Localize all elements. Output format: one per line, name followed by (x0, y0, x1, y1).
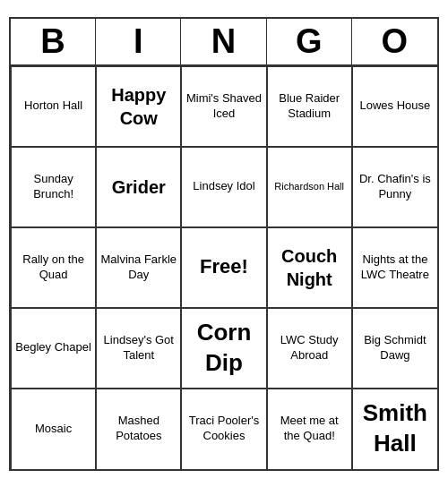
bingo-cell-15[interactable]: Begley Chapel (11, 308, 96, 389)
bingo-cell-6[interactable]: Grider (96, 147, 181, 227)
bingo-cell-22[interactable]: Traci Pooler's Cookies (181, 389, 266, 469)
bingo-cell-18[interactable]: LWC Study Abroad (267, 308, 352, 389)
bingo-card: B I N G O Horton HallHappy CowMimi's Sha… (9, 17, 439, 471)
bingo-cell-4[interactable]: Lowes House (352, 66, 437, 147)
header-n: N (181, 19, 266, 64)
bingo-cell-8[interactable]: Richardson Hall (267, 147, 352, 227)
bingo-cell-13[interactable]: Couch Night (267, 227, 352, 308)
bingo-cell-20[interactable]: Mosaic (11, 389, 96, 469)
bingo-cell-24[interactable]: Smith Hall (352, 389, 437, 469)
bingo-cell-11[interactable]: Malvina Farkle Day (96, 227, 181, 308)
bingo-cell-3[interactable]: Blue Raider Stadium (267, 66, 352, 147)
bingo-cell-2[interactable]: Mimi's Shaved Iced (181, 66, 266, 147)
bingo-cell-17[interactable]: Corn Dip (181, 308, 266, 389)
bingo-header: B I N G O (11, 19, 437, 66)
header-i: I (96, 19, 181, 64)
bingo-cell-10[interactable]: Rally on the Quad (11, 227, 96, 308)
header-o: O (352, 19, 437, 64)
bingo-cell-5[interactable]: Sunday Brunch! (11, 147, 96, 227)
bingo-cell-23[interactable]: Meet me at the Quad! (267, 389, 352, 469)
bingo-cell-16[interactable]: Lindsey's Got Talent (96, 308, 181, 389)
bingo-cell-1[interactable]: Happy Cow (96, 66, 181, 147)
bingo-cell-19[interactable]: Big Schmidt Dawg (352, 308, 437, 389)
bingo-cell-9[interactable]: Dr. Chafin's is Punny (352, 147, 437, 227)
bingo-cell-0[interactable]: Horton Hall (11, 66, 96, 147)
bingo-cell-12[interactable]: Free! (181, 227, 266, 308)
bingo-cell-21[interactable]: Mashed Potatoes (96, 389, 181, 469)
bingo-cell-7[interactable]: Lindsey Idol (181, 147, 266, 227)
bingo-grid: Horton HallHappy CowMimi's Shaved IcedBl… (11, 66, 437, 469)
header-g: G (267, 19, 352, 64)
bingo-cell-14[interactable]: Nights at the LWC Theatre (352, 227, 437, 308)
header-b: B (11, 19, 96, 64)
